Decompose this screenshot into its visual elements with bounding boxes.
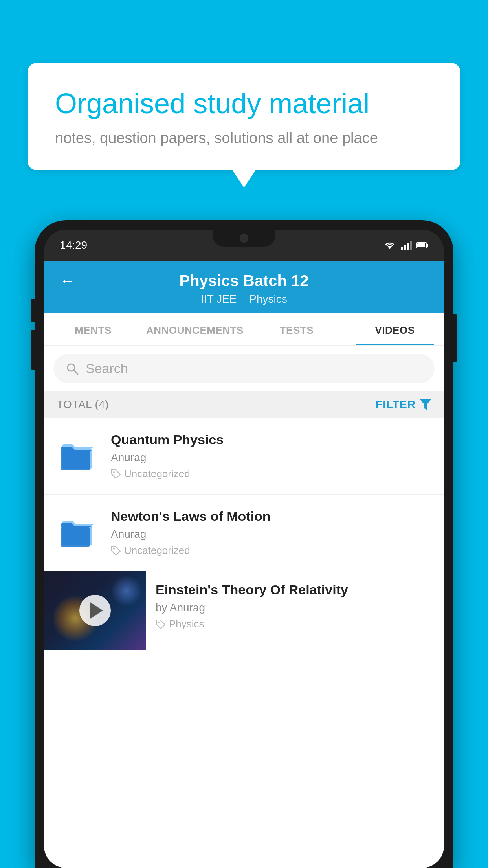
wifi-icon: [383, 241, 396, 250]
video-thumbnail: [44, 571, 146, 650]
speech-bubble: Organised study material notes, question…: [28, 63, 460, 170]
item-tag-text: Physics: [169, 618, 204, 630]
header-nav: ← Physics Batch 12: [60, 272, 428, 290]
item-info: Newton's Laws of Motion Anurag Uncategor…: [111, 509, 431, 557]
phone-outer: 14:29: [35, 220, 453, 868]
svg-rect-12: [61, 451, 90, 470]
list-item[interactable]: Newton's Laws of Motion Anurag Uncategor…: [44, 495, 444, 571]
item-title: Newton's Laws of Motion: [111, 509, 431, 524]
tag-icon: [111, 469, 121, 479]
status-time: 14:29: [60, 239, 87, 252]
tab-tests[interactable]: TESTS: [248, 313, 346, 345]
speech-bubble-container: Organised study material notes, question…: [28, 63, 460, 170]
filter-icon: [420, 399, 431, 410]
subtitle-iitjee: IIT JEE: [201, 293, 237, 305]
phone-container: 14:29: [35, 220, 453, 868]
search-input[interactable]: Search: [86, 361, 128, 376]
search-icon: [65, 362, 79, 376]
list-item[interactable]: Quantum Physics Anurag Uncategorized: [44, 418, 444, 495]
item-author: Anurag: [111, 528, 431, 541]
svg-point-13: [113, 471, 115, 473]
svg-rect-2: [404, 245, 406, 250]
play-button[interactable]: [79, 595, 111, 626]
svg-marker-0: [387, 246, 392, 249]
item-tag-text: Uncategorized: [124, 544, 190, 557]
thumb-glow-2: [111, 575, 142, 607]
status-icons: [383, 241, 428, 250]
item-tag-text: Uncategorized: [124, 468, 190, 480]
svg-line-9: [74, 370, 78, 374]
bubble-subtitle: notes, question papers, solutions all at…: [55, 130, 433, 147]
bubble-title: Organised study material: [55, 86, 433, 120]
filter-label: FILTER: [376, 398, 416, 411]
list-item[interactable]: Einstein's Theory Of Relativity by Anura…: [44, 571, 444, 650]
phone-screen: ← Physics Batch 12 IIT JEE Physics MENTS…: [44, 261, 444, 868]
filter-button[interactable]: FILTER: [376, 398, 431, 411]
camera: [240, 234, 248, 243]
svg-rect-4: [410, 241, 412, 250]
side-button-volume: [31, 330, 35, 370]
folder-icon: [61, 517, 96, 548]
tag-icon: [111, 546, 121, 556]
header-title: Physics Batch 12: [179, 272, 308, 290]
side-button-power: [31, 299, 35, 322]
svg-rect-3: [407, 243, 409, 250]
back-button[interactable]: ←: [60, 272, 75, 290]
tab-ments[interactable]: MENTS: [44, 313, 142, 345]
video-list: Quantum Physics Anurag Uncategorized: [44, 418, 444, 650]
tag-icon: [156, 619, 166, 629]
item-author: Anurag: [111, 451, 431, 464]
play-triangle-icon: [90, 602, 103, 619]
battery-icon: [416, 242, 428, 249]
total-count: TOTAL (4): [57, 398, 109, 411]
svg-point-17: [158, 622, 160, 623]
filter-bar: TOTAL (4) FILTER: [44, 391, 444, 418]
item-thumbnail: [57, 438, 100, 474]
app-header: ← Physics Batch 12 IIT JEE Physics: [44, 261, 444, 313]
svg-rect-15: [61, 527, 90, 547]
side-button-right: [453, 314, 457, 362]
search-box[interactable]: Search: [53, 354, 435, 383]
item-tag: Uncategorized: [111, 468, 431, 480]
svg-point-16: [113, 548, 115, 550]
svg-rect-1: [401, 247, 403, 250]
item-title: Quantum Physics: [111, 432, 431, 447]
item-title: Einstein's Theory Of Relativity: [156, 582, 435, 598]
status-bar: 14:29: [44, 230, 444, 261]
signal-icon: [401, 241, 412, 250]
subtitle-physics: Physics: [249, 293, 287, 305]
phone-notch: [213, 230, 275, 247]
item-info: Einstein's Theory Of Relativity by Anura…: [146, 571, 444, 641]
header-subtitle: IIT JEE Physics: [60, 293, 428, 305]
item-tag: Physics: [156, 618, 435, 630]
tabs-bar: MENTS ANNOUNCEMENTS TESTS VIDEOS: [44, 313, 444, 346]
item-thumbnail: [57, 515, 100, 550]
tab-videos[interactable]: VIDEOS: [346, 313, 444, 345]
search-container: Search: [44, 346, 444, 391]
item-info: Quantum Physics Anurag Uncategorized: [111, 432, 431, 480]
tab-announcements[interactable]: ANNOUNCEMENTS: [142, 313, 248, 345]
svg-marker-10: [420, 399, 431, 410]
item-author: by Anurag: [156, 601, 435, 614]
folder-icon: [61, 440, 96, 472]
svg-rect-7: [417, 243, 425, 247]
svg-rect-6: [427, 244, 428, 247]
item-tag: Uncategorized: [111, 544, 431, 557]
